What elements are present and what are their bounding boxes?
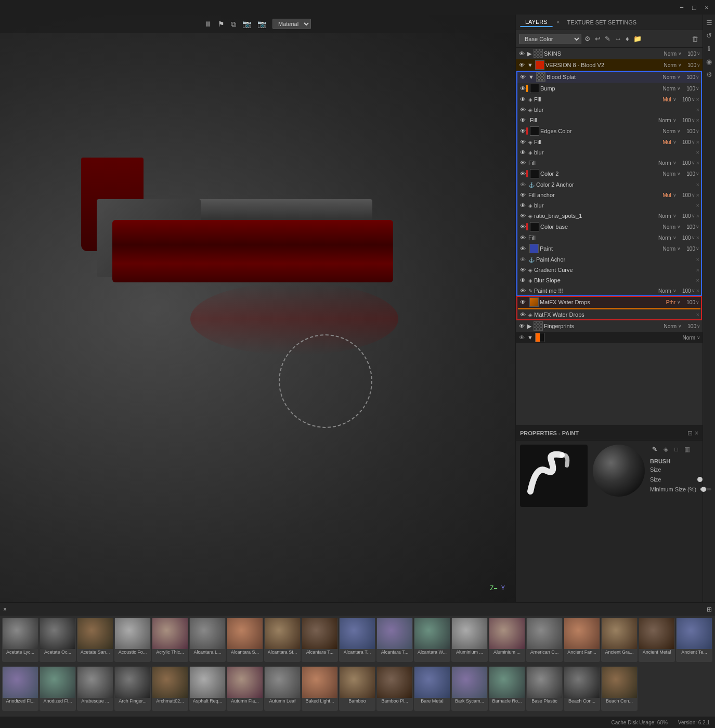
layer-item-edges-color[interactable]: 👁 Edges Color Norm ∨ 100 ∨ xyxy=(517,125,701,137)
sublayer-blur-1[interactable]: 👁 ◈ blur × xyxy=(517,105,701,115)
layer-item-version8[interactable]: 👁 ▼ VERSION 8 - Blood V2 Norm ∨ 100 ∨ xyxy=(516,59,703,71)
tab-texture-set[interactable]: TEXTURE SET SETTINGS xyxy=(562,18,642,27)
visibility-icon[interactable]: 👁 xyxy=(519,181,526,188)
shelf-item[interactable]: Baked Light... xyxy=(302,667,338,711)
info-icon[interactable]: ℹ xyxy=(707,44,711,54)
visibility-icon[interactable]: 👁 xyxy=(519,256,526,263)
shelf-item[interactable]: Acetate San... xyxy=(77,618,113,662)
sublayer-paint-anchor[interactable]: 👁 ⚓ Paint Achor × xyxy=(517,254,701,265)
shelf-item[interactable]: Barnacle Ro... xyxy=(489,667,525,711)
edit-icon[interactable]: ✎ xyxy=(604,34,612,44)
sublayer-close[interactable]: × xyxy=(696,311,699,318)
sublayer-blur-2[interactable]: 👁 ◈ blur × xyxy=(517,147,701,158)
blend-chevron[interactable]: ∨ xyxy=(673,192,677,198)
layer-item-fingerprints[interactable]: 👁 ▶ Fingerprints Norm ∨ 100 ∨ xyxy=(516,320,703,332)
layers-panel[interactable]: 👁 ▶ SKINS Norm ∨ 100 ∨ 👁 ▼ VERSION 8 - B… xyxy=(516,48,703,425)
camera2-icon[interactable]: 📷 xyxy=(257,20,266,28)
sublayer-fill-4[interactable]: 👁 Fill Norm ∨ 100 ∨ × xyxy=(517,158,701,168)
sublayer-close[interactable]: × xyxy=(696,96,699,102)
layers-panel-icon[interactable]: ☰ xyxy=(705,18,713,28)
shelf-item[interactable]: Alcantara S... xyxy=(227,618,263,662)
opacity-chevron[interactable]: ∨ xyxy=(692,288,695,293)
blend-chevron[interactable]: ∨ xyxy=(673,213,677,218)
visibility-icon[interactable]: 👁 xyxy=(519,106,526,113)
shelf-item[interactable]: Anodized Fl... xyxy=(2,667,38,711)
layer-item-paint[interactable]: 👁 Paint Norm ∨ 100 ∨ xyxy=(517,243,701,254)
blend-chevron[interactable]: ∨ xyxy=(678,51,682,56)
shelf-item[interactable]: Bare Metal xyxy=(414,667,450,711)
shelf-item[interactable]: Bamboo xyxy=(339,667,375,711)
sublayer-fill-3[interactable]: 👁 ◈ Fill Mul ∨ 100 ∨ × xyxy=(517,137,701,147)
blend-chevron[interactable]: ∨ xyxy=(673,235,677,240)
sublayer-matfx[interactable]: 👁 ◈ MatFX Water Drops × xyxy=(517,309,701,320)
layer-item-matfx[interactable]: 👁 MatFX Water Drops Pthr ∨ 100 ∨ xyxy=(517,296,701,308)
opacity-chevron[interactable]: ∨ xyxy=(696,224,699,229)
min-size-slider-thumb[interactable] xyxy=(701,487,706,492)
flag-icon[interactable]: ⚑ xyxy=(218,20,225,28)
visibility-icon[interactable]: 👁 xyxy=(519,127,526,135)
visibility-icon[interactable]: 👁 xyxy=(519,245,526,252)
shelf-item[interactable]: Ancient Metal xyxy=(639,618,675,662)
properties-expand-icon[interactable]: ⊡ xyxy=(687,430,693,437)
shelf-item[interactable]: Arch Finger... xyxy=(114,667,151,711)
opacity-chevron[interactable]: ∨ xyxy=(697,51,700,56)
blend-chevron[interactable]: ∨ xyxy=(678,62,682,68)
visibility-icon[interactable]: 👁 xyxy=(519,85,526,92)
prop-tab-brush[interactable]: ✎ xyxy=(650,445,659,454)
shelf-item[interactable]: Autumn Fla... xyxy=(227,667,263,711)
sublayer-paint-me[interactable]: 👁 ✎ Paint me !!! Norm ∨ 100 ∨ × xyxy=(517,285,701,296)
shelf-item[interactable]: Alcantara L... xyxy=(189,618,226,662)
shelf-item[interactable]: Acetate Lyc... xyxy=(2,618,38,662)
sublayer-close[interactable]: × xyxy=(696,267,699,273)
settings-icon[interactable]: ⚙ xyxy=(583,34,592,44)
opacity-chevron[interactable]: ∨ xyxy=(692,118,695,123)
blend-chevron[interactable]: ∨ xyxy=(673,118,677,123)
opacity-chevron[interactable]: ∨ xyxy=(697,323,700,329)
shelf-item[interactable]: Alcantara W... xyxy=(414,618,450,662)
frame-icon[interactable]: ⧉ xyxy=(231,20,236,29)
sublayer-close[interactable]: × xyxy=(696,213,699,219)
material-dropdown[interactable]: Material xyxy=(272,19,311,29)
diamond-icon[interactable]: ♦ xyxy=(625,34,630,44)
properties-close-icon[interactable]: × xyxy=(695,430,698,437)
visibility-icon[interactable]: 👁 xyxy=(518,334,525,341)
opacity-chevron[interactable]: ∨ xyxy=(692,160,695,165)
history-icon[interactable]: ↺ xyxy=(705,31,713,41)
visibility-icon[interactable]: 👁 xyxy=(519,266,526,274)
opacity-chevron[interactable]: ∨ xyxy=(696,74,699,80)
shelf-grid-icon[interactable]: ⊞ xyxy=(707,606,712,613)
visibility-icon[interactable]: 👁 xyxy=(519,138,526,146)
shelf-item[interactable]: Ancient Gra... xyxy=(601,618,638,662)
blend-chevron[interactable]: ∨ xyxy=(677,128,681,134)
shelf-item[interactable]: Ancient Fan... xyxy=(564,618,600,662)
visibility-icon[interactable]: 👁 xyxy=(519,73,526,81)
visibility-icon[interactable]: 👁 xyxy=(519,149,526,156)
opacity-chevron[interactable]: ∨ xyxy=(696,300,699,305)
display-icon[interactable]: ◉ xyxy=(705,57,713,67)
sublayer-blur-slope[interactable]: 👁 ◈ Blur Slope × xyxy=(517,275,701,285)
shelf-item[interactable]: Bark Sycam... xyxy=(451,667,488,711)
maximize-button[interactable]: □ xyxy=(690,4,698,11)
shelf-item[interactable]: Acoustic Fo... xyxy=(114,618,151,662)
folder-icon[interactable]: 📁 xyxy=(632,34,643,44)
sublayer-close[interactable]: × xyxy=(696,235,699,241)
shelf-item[interactable]: Beach Con... xyxy=(564,667,600,711)
visibility-icon[interactable]: 👁 xyxy=(519,212,526,219)
sublayer-fill-5[interactable]: 👁 Fill Norm ∨ 100 ∨ × xyxy=(517,232,701,243)
opacity-chevron[interactable]: ∨ xyxy=(696,171,699,176)
min-size-slider[interactable] xyxy=(700,488,711,490)
shelf-item[interactable]: Ancient Te... xyxy=(676,618,712,662)
shelf-item[interactable]: Archmatt02... xyxy=(152,667,188,711)
shelf-item[interactable]: Anodized Fl... xyxy=(40,667,76,711)
shelf-item[interactable]: Asphalt Req... xyxy=(189,667,226,711)
visibility-icon[interactable]: 👁 xyxy=(519,311,526,318)
sublayer-close[interactable]: × xyxy=(696,149,699,155)
visibility-icon[interactable]: 👁 xyxy=(519,191,526,199)
pause-icon[interactable]: ⏸ xyxy=(204,20,212,28)
sublayer-fill-1[interactable]: 👁 ◈ Fill Mul ∨ 100 ∨ × xyxy=(517,94,701,105)
blend-chevron[interactable]: ∨ xyxy=(677,86,681,91)
sublayer-gradient-curve[interactable]: 👁 ◈ Gradient Curve × xyxy=(517,265,701,275)
visibility-icon[interactable]: 👁 xyxy=(519,170,526,177)
minimize-button[interactable]: − xyxy=(678,4,686,11)
sublayer-close[interactable]: × xyxy=(696,202,699,209)
